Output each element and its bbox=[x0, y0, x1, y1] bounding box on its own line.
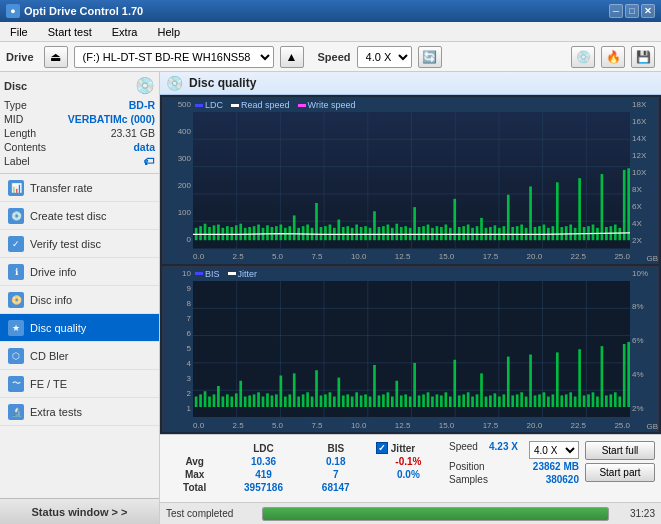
save-icon[interactable]: 💾 bbox=[631, 46, 655, 68]
svg-rect-33 bbox=[280, 225, 283, 241]
svg-rect-212 bbox=[578, 349, 581, 407]
svg-rect-97 bbox=[565, 226, 568, 240]
disc-label-icon: 🏷 bbox=[144, 155, 155, 167]
disc-header-icon: 💿 bbox=[135, 76, 155, 95]
stats-total-jitter bbox=[368, 481, 449, 494]
burn-icon[interactable]: 🔥 bbox=[601, 46, 625, 68]
stats-row-main: LDC BIS ✓ Jitter bbox=[166, 441, 655, 494]
svg-rect-141 bbox=[262, 396, 265, 407]
svg-rect-138 bbox=[248, 395, 251, 407]
sidebar-item-transfer-rate[interactable]: 📊 Transfer rate bbox=[0, 174, 159, 202]
disc-mid-label: MID bbox=[4, 113, 23, 125]
cd-bler-icon: ⬡ bbox=[8, 348, 24, 364]
svg-rect-192 bbox=[489, 395, 492, 407]
svg-rect-144 bbox=[275, 394, 278, 407]
svg-rect-220 bbox=[614, 392, 617, 407]
maximize-button[interactable]: □ bbox=[625, 4, 639, 18]
svg-rect-91 bbox=[538, 226, 541, 240]
sidebar-item-create-test-disc[interactable]: 💿 Create test disc bbox=[0, 202, 159, 230]
samples-value: 380620 bbox=[546, 474, 579, 485]
svg-rect-77 bbox=[476, 226, 479, 240]
sidebar-item-verify-test-disc[interactable]: ✓ Verify test disc bbox=[0, 230, 159, 258]
svg-rect-28 bbox=[257, 225, 260, 241]
svg-rect-55 bbox=[378, 227, 381, 240]
stats-avg-label: Avg bbox=[166, 455, 223, 468]
status-window-button[interactable]: Status window > > bbox=[0, 498, 159, 524]
svg-rect-184 bbox=[453, 359, 456, 406]
verify-test-disc-icon: ✓ bbox=[8, 236, 24, 252]
svg-rect-24 bbox=[239, 224, 242, 241]
sidebar-item-drive-info[interactable]: ℹ Drive info bbox=[0, 258, 159, 286]
sidebar-item-extra-tests[interactable]: 🔬 Extra tests bbox=[0, 398, 159, 426]
svg-rect-173 bbox=[404, 394, 407, 407]
svg-rect-215 bbox=[592, 392, 595, 407]
speed-stat-select[interactable]: 4.0 X bbox=[529, 441, 579, 459]
speed-select[interactable]: 4.0 X bbox=[357, 46, 412, 68]
svg-rect-181 bbox=[440, 395, 443, 407]
svg-rect-22 bbox=[230, 227, 233, 240]
menu-help[interactable]: Help bbox=[151, 24, 186, 40]
drive-select[interactable]: (F:) HL-DT-ST BD-RE WH16NS58 TST4 bbox=[74, 46, 274, 68]
svg-rect-222 bbox=[623, 344, 626, 407]
svg-rect-165 bbox=[369, 396, 372, 407]
samples-row: Samples 380620 bbox=[449, 474, 579, 485]
content-area: 💿 Disc quality 5004003002001000 18X16X14… bbox=[160, 72, 661, 524]
svg-rect-66 bbox=[427, 225, 430, 241]
svg-rect-90 bbox=[534, 227, 537, 240]
svg-rect-23 bbox=[235, 225, 238, 240]
svg-rect-202 bbox=[534, 395, 537, 407]
disc-mid-row: MID VERBATIMc (000) bbox=[4, 113, 155, 125]
disc-icon[interactable]: 💿 bbox=[571, 46, 595, 68]
menu-extra[interactable]: Extra bbox=[106, 24, 144, 40]
minimize-button[interactable]: ─ bbox=[609, 4, 623, 18]
disc-panel: Disc 💿 Type BD-R MID VERBATIMc (000) Len… bbox=[0, 72, 159, 174]
stats-bar: LDC BIS ✓ Jitter bbox=[160, 434, 661, 502]
stats-col-ldc-header: LDC bbox=[223, 441, 303, 455]
svg-rect-168 bbox=[382, 394, 385, 407]
drive-eject-icon[interactable]: ⏏ bbox=[44, 46, 68, 68]
svg-rect-223 bbox=[627, 341, 630, 406]
sidebar-item-create-test-disc-label: Create test disc bbox=[30, 210, 106, 222]
sidebar-item-cd-bler-label: CD Bler bbox=[30, 350, 69, 362]
disc-quality-title: Disc quality bbox=[189, 76, 256, 90]
svg-rect-158 bbox=[337, 377, 340, 406]
svg-rect-217 bbox=[601, 346, 604, 407]
svg-rect-201 bbox=[529, 354, 532, 407]
drive-refresh-icon[interactable]: ▲ bbox=[280, 46, 304, 68]
menu-file[interactable]: File bbox=[4, 24, 34, 40]
start-full-button[interactable]: Start full bbox=[585, 441, 655, 460]
sidebar-item-cd-bler[interactable]: ⬡ CD Bler bbox=[0, 342, 159, 370]
svg-rect-132 bbox=[222, 396, 225, 407]
start-part-button[interactable]: Start part bbox=[585, 463, 655, 482]
svg-rect-130 bbox=[213, 394, 216, 407]
position-value: 23862 MB bbox=[533, 461, 579, 472]
disc-label-label: Label bbox=[4, 155, 30, 167]
svg-rect-103 bbox=[592, 225, 595, 241]
sidebar-item-disc-info[interactable]: 📀 Disc info bbox=[0, 286, 159, 314]
bis-y-axis: 10987654321 bbox=[163, 267, 193, 416]
speed-refresh-icon[interactable]: 🔄 bbox=[418, 46, 442, 68]
svg-rect-86 bbox=[516, 226, 519, 240]
svg-rect-127 bbox=[199, 394, 202, 407]
bis-chart: 10987654321 10%8%6%4%2% bbox=[162, 266, 659, 433]
svg-rect-193 bbox=[494, 393, 497, 407]
svg-rect-199 bbox=[520, 392, 523, 407]
speed-row: Speed 4.23 X 4.0 X bbox=[449, 441, 579, 459]
svg-rect-136 bbox=[239, 380, 242, 406]
progress-area: Test completed 31:23 bbox=[160, 502, 661, 524]
svg-rect-154 bbox=[320, 395, 323, 407]
svg-rect-190 bbox=[480, 373, 483, 407]
sidebar-item-disc-quality[interactable]: ★ Disc quality bbox=[0, 314, 159, 342]
svg-rect-198 bbox=[516, 394, 519, 407]
svg-rect-207 bbox=[556, 352, 559, 407]
jitter-checkbox[interactable]: ✓ bbox=[376, 442, 388, 454]
sidebar-item-fe-te[interactable]: 〜 FE / TE bbox=[0, 370, 159, 398]
menu-start-test[interactable]: Start test bbox=[42, 24, 98, 40]
svg-rect-194 bbox=[498, 396, 501, 407]
close-button[interactable]: ✕ bbox=[641, 4, 655, 18]
svg-rect-139 bbox=[253, 394, 256, 407]
svg-rect-189 bbox=[476, 394, 479, 407]
ldc-gb-label: GB bbox=[646, 254, 658, 263]
svg-rect-16 bbox=[204, 224, 207, 241]
svg-rect-42 bbox=[320, 227, 323, 240]
